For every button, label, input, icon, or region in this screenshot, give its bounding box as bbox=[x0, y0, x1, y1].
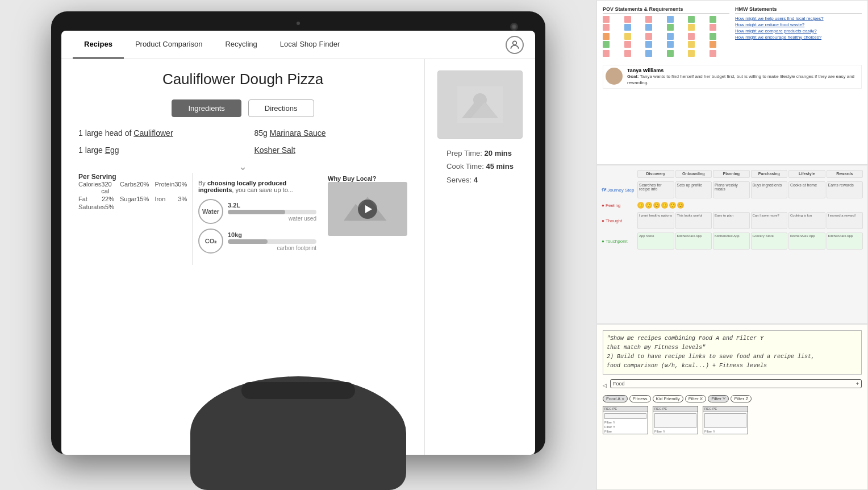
co2-progress: 10kg carbon footprint bbox=[228, 231, 316, 251]
journey-cell: I earned a reward! bbox=[827, 212, 863, 229]
cauliflower-link[interactable]: Cauliflower bbox=[133, 128, 173, 138]
search-sketch[interactable]: Food + bbox=[610, 379, 862, 388]
nav-recycling[interactable]: Recycling bbox=[214, 31, 268, 59]
nutrition-row-iron: Iron 3% bbox=[155, 196, 187, 202]
local-end-text: , you can save up to... bbox=[232, 186, 293, 193]
svg-point-0 bbox=[513, 41, 517, 45]
sticky-green bbox=[667, 24, 674, 31]
prep-time-label: Prep Time: bbox=[446, 149, 482, 157]
camera-icon bbox=[510, 23, 518, 31]
scroll-down-icon[interactable]: ⌄ bbox=[78, 160, 407, 173]
marinara-link[interactable]: Marinara Sauce bbox=[270, 128, 326, 138]
journey-step-label: 🗺 Journey Step bbox=[602, 188, 636, 193]
sticky-notes-row-2 bbox=[603, 33, 729, 48]
recipe-title: Cauliflower Dough Pizza bbox=[78, 70, 407, 88]
serves: Serves: 4 bbox=[446, 173, 514, 186]
journey-cell: KitchenAlex App bbox=[713, 232, 750, 250]
journey-cell: KitchenAlex App bbox=[827, 232, 863, 250]
list-item: 1 large head of Cauliflower bbox=[78, 128, 232, 138]
egg-link[interactable]: Egg bbox=[105, 146, 119, 155]
goal-text: Tanya wants to find herself and her budg… bbox=[627, 74, 854, 85]
search-plus-icon[interactable]: + bbox=[856, 381, 859, 387]
co2-row: CO₂ 10kg carbon footprint bbox=[198, 229, 316, 254]
sticky-pink bbox=[624, 41, 631, 48]
user-avatar[interactable] bbox=[506, 36, 524, 54]
sticky-green bbox=[667, 50, 674, 57]
phase-rewards: Rewards bbox=[827, 170, 863, 178]
sketch-label: Filter Y bbox=[653, 429, 698, 434]
sticky-blue bbox=[645, 41, 652, 48]
nutrition-panel: Per Serving Calories 320 cal Carbs 20% bbox=[78, 173, 192, 265]
journey-cell: Easy to plan bbox=[713, 212, 750, 229]
handwritten-note: "Show me recipes combining Food A and Fi… bbox=[603, 330, 862, 375]
sticky-pink bbox=[688, 33, 695, 40]
local-section: By choosing locally produced ingredients… bbox=[192, 173, 322, 265]
local-intro-text: By choosing locally produced ingredients… bbox=[198, 180, 316, 193]
tab-ingredients[interactable]: Ingredients bbox=[172, 99, 241, 117]
bottom-data-row: Per Serving Calories 320 cal Carbs 20% bbox=[78, 173, 407, 265]
play-button-icon[interactable] bbox=[358, 200, 377, 219]
co2-fill bbox=[228, 239, 268, 244]
sketch-body bbox=[653, 412, 698, 429]
water-row: Water 3.2L water used bbox=[198, 199, 316, 224]
sticky-orange bbox=[603, 33, 610, 40]
sticky-orange bbox=[710, 41, 716, 48]
sticky-pink bbox=[603, 16, 610, 23]
right-images-panel: POV Statements & Requirements bbox=[596, 0, 868, 490]
persona-row: Tanya Williams Goal: Tanya wants to find… bbox=[603, 65, 862, 89]
sticky-green bbox=[710, 33, 716, 40]
thought-row: ● Thought I want healthy options This lo… bbox=[602, 212, 863, 229]
chip-kid-friendly[interactable]: Kid Friendly bbox=[653, 395, 683, 402]
phase-onboarding: Onboarding bbox=[675, 170, 712, 178]
chip-fitness[interactable]: Fitness bbox=[629, 395, 651, 402]
persona-avatar bbox=[606, 68, 623, 85]
pov-header: POV Statements & Requirements bbox=[603, 6, 862, 57]
hmw-section: HMW Statements How might we help users f… bbox=[735, 6, 862, 57]
nutrition-grid: Calories 320 cal Carbs 20% Protein 30% bbox=[78, 181, 186, 210]
water-badge: Water bbox=[198, 199, 223, 224]
saturates-label: Saturates bbox=[78, 204, 105, 210]
list-item: Kosher Salt bbox=[254, 146, 408, 155]
hmw-title: HMW Statements bbox=[735, 6, 862, 14]
nav-recipes[interactable]: Recipes bbox=[73, 31, 124, 59]
device-top-bar bbox=[61, 22, 535, 25]
chip-filter-y[interactable]: Filter Y bbox=[708, 395, 729, 402]
phase-planning: Planning bbox=[713, 170, 750, 178]
co2-label: carbon footprint bbox=[228, 245, 316, 251]
sticky-pink bbox=[624, 16, 631, 23]
goal-label: Goal: bbox=[627, 74, 639, 79]
right-panel: Prep Time: 20 mins Cook Time: 45 mins Se… bbox=[424, 59, 535, 455]
hmw-item: How might we encourage healthy choices? bbox=[735, 35, 862, 40]
thought-label: ● Thought bbox=[602, 218, 636, 223]
sticky-notes-row-1 bbox=[603, 16, 729, 31]
tab-directions[interactable]: Directions bbox=[248, 99, 314, 117]
fat-value: 22% bbox=[102, 196, 114, 202]
chip-food-a[interactable]: Food A × bbox=[603, 395, 628, 402]
calories-label: Calories bbox=[78, 181, 101, 194]
sketch-rect bbox=[654, 413, 696, 428]
nav-local-shop[interactable]: Local Shop Finder bbox=[269, 31, 352, 59]
co2-track bbox=[228, 239, 316, 244]
persona-info: Tanya Williams Goal: Tanya wants to find… bbox=[627, 68, 859, 86]
chip-filter-z[interactable]: Filter Z bbox=[731, 395, 752, 402]
serves-value: 4 bbox=[474, 176, 478, 184]
sticky-green bbox=[603, 41, 610, 48]
persona-goal: Goal: Tanya wants to find herself and he… bbox=[627, 73, 859, 86]
hmw-item: How might we help users find local recip… bbox=[735, 16, 862, 21]
emotion-dot: 😐 bbox=[661, 202, 668, 209]
nav-product-comparison[interactable]: Product Comparison bbox=[124, 31, 214, 59]
journey-cell: Cooking is fun bbox=[788, 212, 825, 229]
chip-filter-x[interactable]: Filter X bbox=[685, 395, 706, 402]
recipe-meta: Prep Time: 20 mins Cook Time: 45 mins Se… bbox=[446, 147, 514, 186]
calories-value: 320 cal bbox=[101, 181, 114, 194]
hmw-list: How might we help users find local recip… bbox=[735, 16, 862, 40]
salt-link[interactable]: Kosher Salt bbox=[254, 146, 295, 155]
sticky-blue bbox=[624, 24, 631, 31]
device-wrapper: Recipes Product Comparison Recycling Loc… bbox=[0, 0, 596, 490]
water-progress: 3.2L water used bbox=[228, 202, 316, 222]
sugar-label: Sugar bbox=[120, 196, 136, 202]
video-thumbnail[interactable] bbox=[328, 182, 407, 236]
sticky-blue bbox=[645, 24, 652, 31]
water-track bbox=[228, 210, 316, 214]
pov-title: POV Statements & Requirements bbox=[603, 6, 729, 14]
